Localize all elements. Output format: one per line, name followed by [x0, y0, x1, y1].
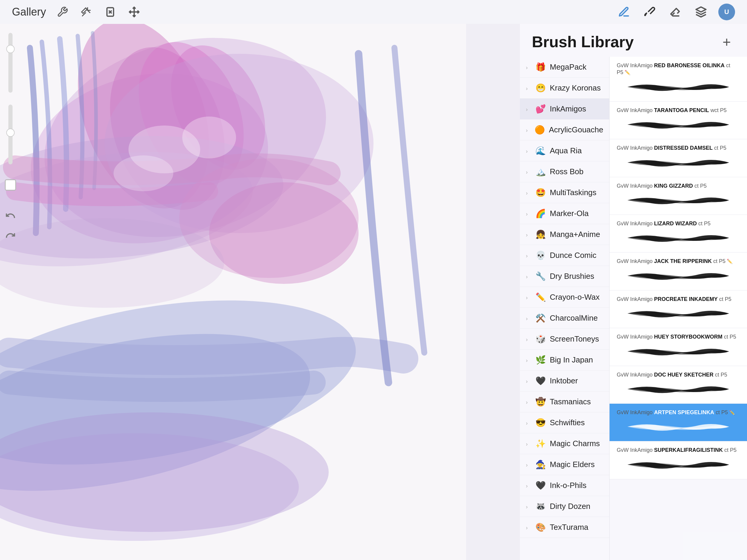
wand-icon[interactable]	[79, 4, 94, 20]
topbar-right: U	[616, 4, 735, 20]
brush-stroke	[617, 78, 740, 96]
brush-preview-label: GvW InkAmigo ARTPEN SPIEGELINKA ct P5✏️	[617, 409, 740, 416]
brush-set-arrow-icon: ›	[526, 253, 531, 258]
brush-preview-item[interactable]: GvW InkAmigo HUEY STORYBOOKWORM ct P5	[610, 328, 747, 366]
gallery-label[interactable]: Gallery	[12, 6, 46, 18]
brush-set-item[interactable]: › 💀 Dunce Comic	[520, 245, 609, 266]
brush-set-emoji: 🖤	[535, 481, 546, 490]
brush-stroke	[617, 229, 740, 247]
brush-set-emoji: 😎	[535, 418, 546, 428]
brush-set-item[interactable]: › 🌊 Aqua Ria	[520, 141, 609, 161]
svg-point-22	[113, 155, 173, 191]
brush-set-name: ScreenToneys	[550, 334, 603, 343]
brush-set-item[interactable]: › 🧙 Magic Elders	[520, 454, 609, 475]
brush-preview-item[interactable]: GvW InkAmigo JACK THE RIPPERINK ct P5✏️	[610, 253, 747, 290]
brush-set-item[interactable]: › ✨ Magic Charms	[520, 433, 609, 454]
wrench-icon[interactable]	[55, 4, 70, 20]
brush-preview-item[interactable]: GvW InkAmigo KING GIZZARD ct P5	[610, 177, 747, 215]
brush-set-item[interactable]: › 🌈 Marker-Ola	[520, 203, 609, 224]
brush-set-name: Krazy Koronas	[550, 83, 603, 93]
brush-set-item[interactable]: › 🟠 AcrylicGouache	[520, 120, 609, 141]
brush-set-arrow-icon: ›	[526, 399, 531, 405]
brush-preview-item[interactable]: GvW InkAmigo RED BARONESSE OILINKA ct P5…	[610, 57, 747, 102]
brush-preview-item[interactable]: GvW InkAmigo DISTRESSED DAMSEL ct P5	[610, 139, 747, 177]
brush-preview-label: GvW InkAmigo JACK THE RIPPERINK ct P5✏️	[617, 258, 740, 265]
brush-preview-item[interactable]: GvW InkAmigo DOC HUEY SKETCHER ct P5	[610, 366, 747, 404]
brush-set-name: MultiTaskings	[550, 188, 603, 197]
avatar[interactable]: U	[718, 4, 735, 20]
brush-library-header: Brush Library +	[520, 24, 747, 57]
brush-set-arrow-icon: ›	[526, 148, 531, 154]
move-icon[interactable]	[127, 4, 141, 20]
brush-set-arrow-icon: ›	[526, 420, 531, 426]
brush-size-slider[interactable]	[8, 33, 12, 93]
brush-set-emoji: 🤩	[535, 188, 546, 198]
brush-set-arrow-icon: ›	[526, 65, 531, 70]
brush-preview-item[interactable]: GvW InkAmigo SUPERKALIFRAGILISTINK ct P5	[610, 441, 747, 479]
undo-button[interactable]	[3, 209, 18, 223]
brush-set-emoji: ✏️	[535, 292, 546, 302]
brush-preview-item[interactable]: GvW InkAmigo ARTPEN SPIEGELINKA ct P5✏️	[610, 404, 747, 441]
brush-set-name: Marker-Ola	[550, 209, 603, 218]
brush-set-item[interactable]: › 🔧 Dry Brushies	[520, 266, 609, 287]
brush-preview-item[interactable]: GvW InkAmigo TARANTOGA PENCIL wct P5	[610, 102, 747, 139]
brush-tool-icon[interactable]	[641, 4, 658, 20]
brush-size-thumb[interactable]	[6, 45, 15, 53]
add-brush-button[interactable]: +	[718, 33, 735, 50]
brush-set-emoji: 😁	[535, 83, 546, 93]
brush-set-item[interactable]: › 👧 Manga+Anime	[520, 224, 609, 245]
brush-set-arrow-icon: ›	[526, 378, 531, 384]
brush-preview-item[interactable]: GvW InkAmigo PROCREATE INKADEMY ct P5	[610, 290, 747, 328]
brush-preview-item[interactable]: GvW InkAmigo LIZARD WIZARD ct P5	[610, 215, 747, 253]
brush-set-name: MegaPack	[550, 62, 603, 72]
brush-set-emoji: 💕	[535, 104, 546, 114]
brush-preview-label: GvW InkAmigo LIZARD WIZARD ct P5	[617, 220, 740, 227]
script-icon[interactable]	[103, 4, 118, 20]
eraser-tool-icon[interactable]	[667, 4, 684, 20]
brush-set-emoji: 🌈	[535, 209, 546, 219]
brush-set-arrow-icon: ›	[526, 106, 531, 112]
brush-preview-label: GvW InkAmigo TARANTOGA PENCIL wct P5	[617, 107, 740, 114]
brush-set-item[interactable]: › 💕 InkAmigos	[520, 99, 609, 120]
pen-tool-icon[interactable]	[616, 4, 632, 20]
brush-set-item[interactable]: › 🤩 MultiTaskings	[520, 182, 609, 203]
brush-set-item[interactable]: › 🏔️ Ross Bob	[520, 161, 609, 182]
brush-set-emoji: 🧙	[535, 460, 546, 469]
brush-set-item[interactable]: › 🦝 Dirty Dozen	[520, 496, 609, 517]
brush-set-arrow-icon: ›	[526, 525, 531, 530]
brush-set-item[interactable]: › 🎲 ScreenToneys	[520, 329, 609, 350]
brush-set-item[interactable]: › ⚒️ CharcoalMine	[520, 308, 609, 329]
redo-button[interactable]	[3, 228, 18, 243]
brush-set-name: Ink-o-Phils	[550, 481, 603, 490]
brush-set-name: Dunce Comic	[550, 251, 603, 260]
brush-set-item[interactable]: › 😁 Krazy Koronas	[520, 78, 609, 99]
brush-set-item[interactable]: › 🎨 TexTurama	[520, 517, 609, 538]
brush-set-name: Manga+Anime	[550, 230, 603, 239]
brush-set-item[interactable]: › 😎 Schwifties	[520, 412, 609, 433]
brush-set-item[interactable]: › 🌿 Big In Japan	[520, 350, 609, 371]
opacity-thumb[interactable]	[6, 128, 15, 137]
brush-set-arrow-icon: ›	[526, 127, 531, 133]
brush-set-item[interactable]: › 🖤 Ink-o-Phils	[520, 475, 609, 496]
brush-set-item[interactable]: › 🤠 Tasmaniacs	[520, 391, 609, 412]
brush-stroke	[617, 456, 740, 474]
brush-set-name: Inktober	[550, 376, 603, 385]
brush-preview-label: GvW InkAmigo DOC HUEY SKETCHER ct P5	[617, 372, 740, 378]
brush-set-item[interactable]: › 🎁 MegaPack	[520, 57, 609, 78]
layers-icon[interactable]	[693, 4, 710, 20]
brush-set-emoji: 🦝	[535, 502, 546, 511]
topbar: Gallery	[0, 0, 747, 24]
brush-set-arrow-icon: ›	[526, 504, 531, 509]
brush-set-item[interactable]: › ✏️ Crayon-o-Wax	[520, 287, 609, 308]
brush-set-name: Magic Charms	[550, 439, 603, 448]
brush-stroke	[617, 154, 740, 172]
brush-set-emoji: 🤠	[535, 397, 546, 407]
opacity-slider[interactable]	[8, 105, 12, 164]
color-checkbox[interactable]	[5, 179, 16, 190]
canvas-painting	[0, 24, 466, 560]
brush-set-emoji: 🎁	[535, 62, 546, 72]
brush-set-emoji: ✨	[535, 439, 546, 449]
left-sidebar	[0, 24, 21, 560]
brush-preview-label: GvW InkAmigo SUPERKALIFRAGILISTINK ct P5	[617, 447, 740, 454]
brush-set-item[interactable]: › 🖤 Inktober	[520, 371, 609, 391]
